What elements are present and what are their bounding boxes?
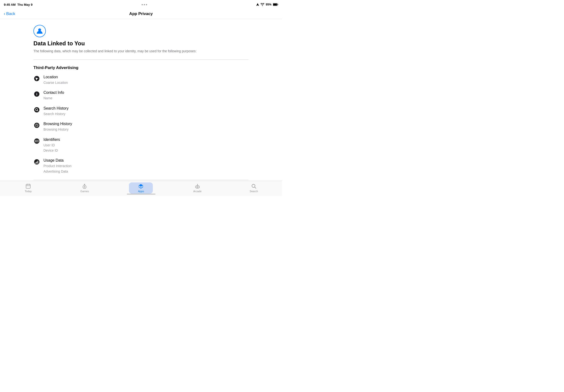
divider-1 [33, 59, 249, 60]
arcade-icon [195, 183, 200, 189]
status-center [141, 4, 147, 5]
section-heading-third-party: Third-Party Advertising [33, 65, 249, 70]
tab-search-label: Search [250, 190, 258, 193]
status-bar: 9:45 AM Thu May 9 95% [0, 0, 282, 9]
svg-point-7 [34, 107, 39, 112]
location-status-icon [256, 3, 259, 6]
games-icon [82, 183, 87, 189]
browsing-history-icon [33, 122, 40, 129]
usage-data-icon [33, 158, 40, 165]
tab-today-label: Today [25, 190, 31, 193]
location-text: Location Coarse Location [43, 75, 68, 85]
tab-apps-label: Apps [138, 190, 144, 193]
identifiers-icon [33, 138, 40, 144]
back-button[interactable]: ‹ Back [4, 12, 15, 16]
tab-search[interactable]: Search [242, 182, 266, 194]
contact-text: Contact Info Name [43, 90, 64, 101]
status-right: 95% [256, 3, 278, 6]
svg-point-32 [195, 185, 200, 188]
chevron-left-icon: ‹ [4, 12, 5, 16]
page-title: App Privacy [129, 12, 153, 16]
svg-point-14 [34, 139, 39, 144]
search-history-icon [33, 107, 40, 113]
svg-rect-20 [35, 163, 36, 164]
divider-2 [33, 180, 249, 180]
tab-games[interactable]: Games [73, 182, 97, 194]
wifi-icon [261, 3, 264, 6]
browsing-history-text: Browsing History Browsing History [43, 122, 72, 132]
app-header: Data Linked to You The following data, w… [33, 25, 249, 54]
usage-data-text: Usage Data Product Interaction Advertisi… [43, 158, 72, 174]
person-icon [36, 28, 43, 35]
data-item-browsing-history: Browsing History Browsing History [33, 122, 249, 132]
svg-rect-22 [38, 161, 38, 164]
tab-games-label: Games [81, 190, 89, 193]
svg-point-34 [197, 186, 198, 188]
svg-rect-25 [26, 184, 30, 188]
search-history-text: Search History Search History [43, 106, 69, 116]
section-subtitle: The following data, which may be collect… [33, 49, 197, 54]
svg-rect-21 [36, 162, 37, 164]
battery-icon [273, 3, 278, 6]
home-indicator [127, 194, 155, 195]
main-content: Data Linked to You The following data, w… [0, 19, 282, 183]
tab-today[interactable]: Today [16, 182, 40, 194]
contact-info-icon: i [33, 91, 40, 98]
svg-rect-2 [273, 4, 277, 5]
identifiers-text: Identifiers User ID Device ID [43, 138, 60, 153]
svg-text:i: i [36, 92, 37, 96]
nav-bar: ‹ Back App Privacy [0, 9, 282, 19]
location-icon [33, 75, 40, 82]
data-item-usage: Usage Data Product Interaction Advertisi… [33, 158, 249, 174]
svg-point-16 [36, 140, 37, 141]
data-item-contact: i Contact Info Name [33, 90, 249, 101]
section-third-party: Third-Party Advertising Location Coarse … [33, 65, 249, 174]
svg-point-33 [197, 184, 198, 185]
app-icon [33, 25, 46, 37]
svg-line-36 [254, 187, 256, 189]
data-item-identifiers: Identifiers User ID Device ID [33, 138, 249, 153]
tab-arcade-label: Arcade [193, 190, 201, 193]
search-tab-icon [251, 183, 257, 189]
tab-arcade[interactable]: Arcade [185, 182, 209, 194]
svg-rect-1 [278, 4, 278, 5]
today-icon [25, 183, 31, 189]
section-main-title: Data Linked to You [33, 40, 85, 47]
status-time: 9:45 AM Thu May 9 [4, 3, 32, 6]
data-item-search-history: Search History Search History [33, 106, 249, 116]
tab-apps[interactable]: Apps [129, 182, 153, 194]
apps-icon [138, 183, 144, 189]
data-item-location: Location Coarse Location [33, 75, 249, 85]
